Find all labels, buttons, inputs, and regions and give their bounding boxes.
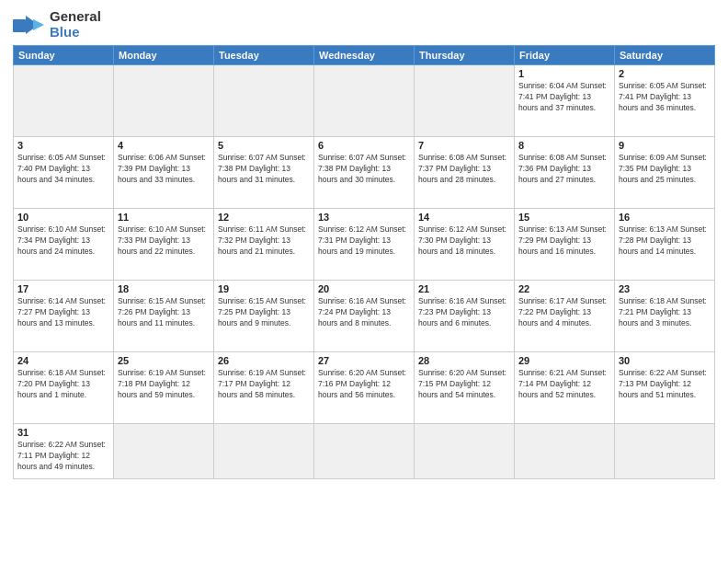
day-info: Sunrise: 6:10 AM Sunset: 7:34 PM Dayligh… <box>17 224 109 258</box>
calendar-cell: 31Sunrise: 6:22 AM Sunset: 7:11 PM Dayli… <box>14 424 114 479</box>
day-info: Sunrise: 6:12 AM Sunset: 7:31 PM Dayligh… <box>318 224 410 258</box>
calendar-cell: 9Sunrise: 6:09 AM Sunset: 7:35 PM Daylig… <box>615 137 715 209</box>
logo-text: General Blue <box>50 9 101 40</box>
day-number: 18 <box>118 283 210 294</box>
day-number: 11 <box>118 212 210 223</box>
calendar-cell <box>314 424 415 479</box>
calendar-week-2: 10Sunrise: 6:10 AM Sunset: 7:34 PM Dayli… <box>14 209 715 281</box>
day-number: 13 <box>318 212 410 223</box>
calendar-weekday-saturday: Saturday <box>615 46 715 65</box>
calendar-table: SundayMondayTuesdayWednesdayThursdayFrid… <box>13 45 715 479</box>
calendar-cell: 5Sunrise: 6:07 AM Sunset: 7:38 PM Daylig… <box>214 137 314 209</box>
day-info: Sunrise: 6:18 AM Sunset: 7:21 PM Dayligh… <box>619 296 711 329</box>
day-number: 30 <box>619 355 711 366</box>
day-info: Sunrise: 6:19 AM Sunset: 7:18 PM Dayligh… <box>118 368 210 401</box>
header: General Blue <box>13 9 715 40</box>
day-number: 15 <box>518 212 610 223</box>
day-info: Sunrise: 6:05 AM Sunset: 7:41 PM Dayligh… <box>619 81 711 114</box>
day-number: 10 <box>17 212 109 223</box>
day-info: Sunrise: 6:07 AM Sunset: 7:38 PM Dayligh… <box>218 153 310 186</box>
calendar-cell: 13Sunrise: 6:12 AM Sunset: 7:31 PM Dayli… <box>314 209 415 281</box>
day-info: Sunrise: 6:08 AM Sunset: 7:37 PM Dayligh… <box>418 153 510 186</box>
day-number: 1 <box>518 68 610 79</box>
calendar-cell: 19Sunrise: 6:15 AM Sunset: 7:25 PM Dayli… <box>214 281 314 352</box>
calendar-cell: 21Sunrise: 6:16 AM Sunset: 7:23 PM Dayli… <box>415 281 515 352</box>
day-number: 2 <box>619 68 711 79</box>
calendar-weekday-monday: Monday <box>114 46 214 65</box>
calendar-week-1: 3Sunrise: 6:05 AM Sunset: 7:40 PM Daylig… <box>14 137 715 209</box>
calendar-cell <box>214 65 314 137</box>
calendar-cell <box>515 424 615 479</box>
day-info: Sunrise: 6:08 AM Sunset: 7:36 PM Dayligh… <box>518 153 610 186</box>
logo: General Blue <box>13 9 101 40</box>
day-number: 28 <box>418 355 510 366</box>
day-number: 14 <box>418 212 510 223</box>
calendar-cell: 1Sunrise: 6:04 AM Sunset: 7:41 PM Daylig… <box>515 65 615 137</box>
day-info: Sunrise: 6:10 AM Sunset: 7:33 PM Dayligh… <box>118 224 210 258</box>
calendar-weekday-thursday: Thursday <box>415 46 515 65</box>
day-info: Sunrise: 6:16 AM Sunset: 7:24 PM Dayligh… <box>318 296 410 329</box>
day-number: 16 <box>619 212 711 223</box>
calendar-cell <box>14 65 114 137</box>
calendar-cell: 17Sunrise: 6:14 AM Sunset: 7:27 PM Dayli… <box>14 281 114 352</box>
day-number: 27 <box>318 355 410 366</box>
day-number: 8 <box>518 140 610 151</box>
day-number: 23 <box>619 283 711 294</box>
day-info: Sunrise: 6:16 AM Sunset: 7:23 PM Dayligh… <box>418 296 510 329</box>
calendar-cell <box>314 65 415 137</box>
day-number: 19 <box>218 283 310 294</box>
calendar-header-row: SundayMondayTuesdayWednesdayThursdayFrid… <box>14 46 715 65</box>
day-number: 24 <box>17 355 109 366</box>
calendar-cell: 23Sunrise: 6:18 AM Sunset: 7:21 PM Dayli… <box>615 281 715 352</box>
day-info: Sunrise: 6:20 AM Sunset: 7:16 PM Dayligh… <box>318 368 410 401</box>
day-info: Sunrise: 6:09 AM Sunset: 7:35 PM Dayligh… <box>619 153 711 186</box>
calendar-weekday-sunday: Sunday <box>14 46 114 65</box>
day-number: 5 <box>218 140 310 151</box>
calendar-cell: 16Sunrise: 6:13 AM Sunset: 7:28 PM Dayli… <box>615 209 715 281</box>
calendar-cell: 27Sunrise: 6:20 AM Sunset: 7:16 PM Dayli… <box>314 352 415 424</box>
calendar-cell: 4Sunrise: 6:06 AM Sunset: 7:39 PM Daylig… <box>114 137 214 209</box>
logo-icon <box>13 12 46 38</box>
calendar-cell: 6Sunrise: 6:07 AM Sunset: 7:38 PM Daylig… <box>314 137 415 209</box>
calendar-cell: 29Sunrise: 6:21 AM Sunset: 7:14 PM Dayli… <box>515 352 615 424</box>
page: General Blue SundayMondayTuesdayWednesda… <box>0 0 728 563</box>
day-info: Sunrise: 6:22 AM Sunset: 7:11 PM Dayligh… <box>17 440 109 473</box>
calendar-cell <box>415 424 515 479</box>
day-number: 3 <box>17 140 109 151</box>
svg-rect-0 <box>13 19 26 32</box>
calendar-cell: 14Sunrise: 6:12 AM Sunset: 7:30 PM Dayli… <box>415 209 515 281</box>
calendar-cell: 11Sunrise: 6:10 AM Sunset: 7:33 PM Dayli… <box>114 209 214 281</box>
day-number: 12 <box>218 212 310 223</box>
day-info: Sunrise: 6:20 AM Sunset: 7:15 PM Dayligh… <box>418 368 510 401</box>
calendar-cell: 18Sunrise: 6:15 AM Sunset: 7:26 PM Dayli… <box>114 281 214 352</box>
day-info: Sunrise: 6:22 AM Sunset: 7:13 PM Dayligh… <box>619 368 711 401</box>
calendar-week-4: 24Sunrise: 6:18 AM Sunset: 7:20 PM Dayli… <box>14 352 715 424</box>
calendar-cell: 15Sunrise: 6:13 AM Sunset: 7:29 PM Dayli… <box>515 209 615 281</box>
day-number: 31 <box>17 427 109 438</box>
calendar-cell: 22Sunrise: 6:17 AM Sunset: 7:22 PM Dayli… <box>515 281 615 352</box>
day-number: 7 <box>418 140 510 151</box>
day-number: 22 <box>518 283 610 294</box>
day-number: 17 <box>17 283 109 294</box>
calendar-cell: 26Sunrise: 6:19 AM Sunset: 7:17 PM Dayli… <box>214 352 314 424</box>
day-number: 29 <box>518 355 610 366</box>
calendar-week-3: 17Sunrise: 6:14 AM Sunset: 7:27 PM Dayli… <box>14 281 715 352</box>
day-info: Sunrise: 6:18 AM Sunset: 7:20 PM Dayligh… <box>17 368 109 401</box>
calendar-week-5: 31Sunrise: 6:22 AM Sunset: 7:11 PM Dayli… <box>14 424 715 479</box>
day-info: Sunrise: 6:15 AM Sunset: 7:25 PM Dayligh… <box>218 296 310 329</box>
day-info: Sunrise: 6:11 AM Sunset: 7:32 PM Dayligh… <box>218 224 310 258</box>
day-info: Sunrise: 6:15 AM Sunset: 7:26 PM Dayligh… <box>118 296 210 329</box>
day-info: Sunrise: 6:06 AM Sunset: 7:39 PM Dayligh… <box>118 153 210 186</box>
calendar-cell <box>114 65 214 137</box>
day-number: 25 <box>118 355 210 366</box>
calendar-weekday-friday: Friday <box>515 46 615 65</box>
day-number: 21 <box>418 283 510 294</box>
day-info: Sunrise: 6:14 AM Sunset: 7:27 PM Dayligh… <box>17 296 109 329</box>
day-info: Sunrise: 6:13 AM Sunset: 7:29 PM Dayligh… <box>518 224 610 258</box>
calendar-cell: 10Sunrise: 6:10 AM Sunset: 7:34 PM Dayli… <box>14 209 114 281</box>
svg-marker-2 <box>33 19 44 30</box>
calendar-cell <box>214 424 314 479</box>
day-info: Sunrise: 6:17 AM Sunset: 7:22 PM Dayligh… <box>518 296 610 329</box>
calendar-cell: 25Sunrise: 6:19 AM Sunset: 7:18 PM Dayli… <box>114 352 214 424</box>
calendar-cell <box>615 424 715 479</box>
